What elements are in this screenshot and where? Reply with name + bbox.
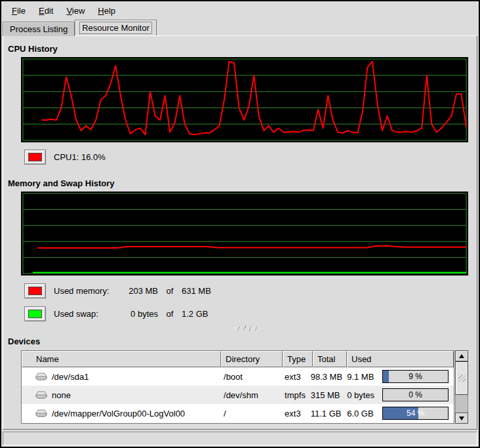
used-memory-legend: Used memory: 203 MB of 631 MB xyxy=(24,283,477,298)
menu-item-label: ile xyxy=(17,6,26,16)
resource-monitor-page: CPU History CPU1: 16.0% Memory and Swap … xyxy=(3,35,477,430)
menu-item-label: elp xyxy=(104,6,115,16)
tab-label: Process Listing xyxy=(8,24,70,35)
total-swap-value: 1.2 GB xyxy=(182,309,477,319)
thumb-grip-icon xyxy=(458,375,466,382)
menu-bar: FileEditViewHelp xyxy=(1,1,479,20)
device-used-cell: 9.1 MB9 % xyxy=(344,370,454,383)
menu-item-label: dit xyxy=(45,6,54,16)
device-name: none xyxy=(52,390,71,400)
tab-bar: Process Listing Resource Monitor xyxy=(1,20,479,35)
cpu-history-chart xyxy=(21,57,468,142)
device-directory: /boot xyxy=(219,372,280,382)
scrollbar-track[interactable] xyxy=(455,361,468,413)
column-header-used[interactable]: Used xyxy=(347,351,454,367)
device-used-value: 9.1 MB xyxy=(347,372,382,382)
device-name: /dev/mapper/VolGroup00-LogVol00 xyxy=(52,409,185,418)
tab-label: Resource Monitor xyxy=(80,22,151,33)
pane-resize-grip[interactable] xyxy=(234,326,260,331)
device-used-cell: 6.0 GB54 % xyxy=(344,407,454,420)
devices-table-body: /dev/sda1/bootext398.3 MB9.1 MB9 %none/d… xyxy=(22,367,454,423)
device-used-value: 0 bytes xyxy=(347,390,382,400)
progress-label: 9 % xyxy=(383,371,448,382)
usage-progress-bar: 9 % xyxy=(382,370,449,383)
tab-process-listing[interactable]: Process Listing xyxy=(3,22,75,36)
menu-item-label: iew xyxy=(72,6,85,16)
column-header-directory[interactable]: Directory xyxy=(221,351,283,367)
memory-swap-history-chart xyxy=(21,192,468,275)
disk-icon xyxy=(35,409,47,418)
menu-item-mnemonic: F xyxy=(12,6,17,16)
scroll-up-button[interactable] xyxy=(455,350,468,361)
used-memory-label: Used memory: xyxy=(54,286,117,296)
device-used-value: 6.0 GB xyxy=(347,409,382,418)
cpu-history-chart-frame xyxy=(21,57,468,142)
devices-tree: Name Directory Type Total Used /dev/sda1… xyxy=(21,350,454,424)
menu-item-mnemonic: V xyxy=(66,6,71,16)
menu-item-file[interactable]: File xyxy=(5,3,32,18)
device-name-cell: none xyxy=(22,390,219,400)
disk-icon xyxy=(35,373,47,381)
device-total: 315 MB xyxy=(310,390,344,400)
table-row[interactable]: /dev/mapper/VolGroup00-LogVol00/ext311.1… xyxy=(22,404,454,422)
device-total: 11.1 GB xyxy=(310,409,344,418)
device-type: ext3 xyxy=(280,409,310,418)
memory-color-swatch xyxy=(28,287,42,295)
scroll-down-button[interactable] xyxy=(455,413,468,424)
progress-label: 0 % xyxy=(383,389,448,401)
swap-color-button[interactable] xyxy=(24,306,46,321)
memory-color-button[interactable] xyxy=(24,283,46,298)
swap-color-swatch xyxy=(28,310,42,318)
menu-item-view[interactable]: View xyxy=(60,3,91,18)
table-row[interactable]: /dev/sda1/bootext398.3 MB9.1 MB9 % xyxy=(22,367,454,386)
arrow-up-icon xyxy=(459,354,464,358)
device-used-cell: 0 bytes0 % xyxy=(344,388,454,401)
devices-table: Name Directory Type Total Used /dev/sda1… xyxy=(21,350,468,424)
device-directory: /dev/shm xyxy=(219,390,280,400)
device-type: ext3 xyxy=(280,372,310,382)
devices-title: Devices xyxy=(8,336,477,346)
device-name: /dev/sda1 xyxy=(52,372,89,382)
of-label: of xyxy=(158,309,182,319)
menu-item-help[interactable]: Help xyxy=(91,3,122,18)
total-memory-value: 631 MB xyxy=(182,286,477,296)
cpu-color-swatch xyxy=(28,153,42,161)
device-name-cell: /dev/mapper/VolGroup00-LogVol00 xyxy=(22,409,219,418)
cpu-color-button[interactable] xyxy=(24,150,46,165)
column-header-total[interactable]: Total xyxy=(313,351,347,367)
used-swap-legend: Used swap: 0 bytes of 1.2 GB xyxy=(24,306,477,321)
column-header-name[interactable]: Name xyxy=(22,351,221,367)
cpu-history-title: CPU History xyxy=(8,44,477,54)
tab-resource-monitor[interactable]: Resource Monitor xyxy=(75,20,157,35)
devices-table-header: Name Directory Type Total Used xyxy=(22,351,454,367)
status-bar xyxy=(3,432,477,445)
device-type: tmpfs xyxy=(280,390,310,400)
of-label: of xyxy=(158,286,182,296)
used-swap-value: 0 bytes xyxy=(117,309,158,319)
cpu-legend: CPU1: 16.0% xyxy=(24,149,477,165)
progress-label: 54 % xyxy=(383,407,448,419)
table-row[interactable]: none/dev/shmtmpfs315 MB0 bytes0 % xyxy=(22,386,454,404)
disk-icon xyxy=(35,391,47,399)
arrow-down-icon xyxy=(459,417,464,420)
used-memory-value: 203 MB xyxy=(117,286,158,296)
memory-history-chart-frame xyxy=(21,192,468,275)
system-monitor-window: FileEditViewHelp Process Listing Resourc… xyxy=(0,0,480,448)
column-header-type[interactable]: Type xyxy=(283,351,313,367)
cpu-legend-label: CPU1: 16.0% xyxy=(54,152,106,162)
menu-item-mnemonic: H xyxy=(98,6,104,16)
device-directory: / xyxy=(219,409,280,418)
scrollbar-thumb[interactable] xyxy=(455,361,468,395)
memory-history-title: Memory and Swap History xyxy=(8,178,477,188)
device-total: 98.3 MB xyxy=(310,372,344,382)
menu-item-edit[interactable]: Edit xyxy=(32,3,60,18)
menu-item-mnemonic: E xyxy=(39,6,45,16)
usage-progress-bar: 54 % xyxy=(382,407,449,420)
device-name-cell: /dev/sda1 xyxy=(22,372,219,382)
usage-progress-bar: 0 % xyxy=(382,388,449,401)
used-swap-label: Used swap: xyxy=(54,309,117,319)
devices-scrollbar[interactable] xyxy=(455,350,468,424)
